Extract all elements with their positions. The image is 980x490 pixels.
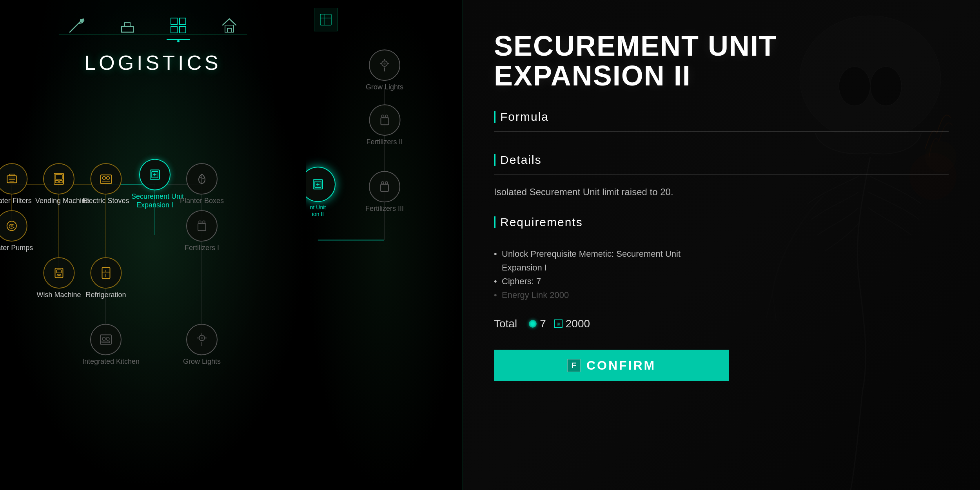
grow-lights-bottom-label: Grow Lights: [183, 358, 221, 366]
water-pumps-circle[interactable]: [0, 210, 27, 241]
requirements-list: Unlock Prerequisite Memetic: Securement …: [494, 247, 949, 302]
fertilizers-3-label: Fertilizers III: [365, 205, 404, 213]
node-water-pumps[interactable]: Water Pumps: [0, 210, 33, 252]
node-planter-boxes[interactable]: Planter Boxes: [180, 163, 224, 205]
node-water-filters[interactable]: Water Filters: [0, 163, 32, 205]
construction-icon[interactable]: [114, 12, 141, 39]
svg-rect-29: [55, 180, 58, 183]
securement-2-label: nt Unition II: [310, 204, 326, 218]
svg-point-56: [102, 337, 105, 340]
fertilizers-3-circle[interactable]: [369, 171, 400, 202]
nav-housing[interactable]: [216, 12, 243, 39]
svg-rect-51: [102, 267, 110, 278]
fertilizers-2-circle[interactable]: [369, 104, 400, 136]
svg-point-33: [106, 176, 109, 180]
svg-rect-58: [102, 341, 110, 343]
wish-machine-circle[interactable]: [43, 257, 74, 289]
node-grow-lights-bottom[interactable]: Grow Lights: [183, 324, 221, 366]
fertilizers-1-label: Fertilizers I: [185, 244, 219, 252]
refrigeration-label: Refrigeration: [85, 291, 126, 299]
integrated-kitchen-label: Integrated Kitchen: [82, 358, 129, 366]
formula-bar: [494, 111, 495, 123]
electric-stoves-label: Electric Stoves: [82, 197, 129, 205]
securement-1-circle[interactable]: [139, 159, 171, 190]
weapons-icon[interactable]: [63, 12, 90, 39]
top-nav: [0, 0, 306, 39]
svg-point-49: [57, 274, 58, 276]
node-wish-machine[interactable]: Wish Machine: [36, 257, 81, 299]
water-filters-circle[interactable]: [0, 163, 27, 194]
vending-machine-circle[interactable]: [43, 163, 74, 194]
svg-rect-31: [100, 175, 111, 183]
node-refrigeration[interactable]: Refrigeration: [85, 257, 126, 299]
svg-rect-77: [381, 118, 388, 125]
svg-point-57: [106, 337, 109, 340]
cipher-value: 7: [540, 318, 546, 330]
details-label: Details: [500, 153, 542, 167]
svg-rect-6: [171, 27, 177, 33]
nav-construction[interactable]: [114, 12, 141, 39]
requirements-bar: [494, 216, 495, 228]
securement-2-circle[interactable]: [306, 167, 336, 202]
right-panel: SECUREMENT UNITEXPANSION II Formula Deta…: [463, 0, 980, 490]
node-fertilizers-2[interactable]: Fertilizers II: [366, 104, 403, 147]
confirm-button[interactable]: F CONFIRM: [494, 350, 729, 381]
integrated-kitchen-circle[interactable]: [90, 324, 122, 355]
fertilizers-2-label: Fertilizers II: [366, 138, 403, 147]
svg-point-50: [59, 274, 61, 276]
cipher-total: 7: [529, 318, 546, 330]
energy-square-icon: ⊞: [554, 319, 563, 328]
svg-rect-26: [9, 174, 14, 176]
node-fertilizers-3[interactable]: Fertilizers III: [365, 171, 404, 213]
wish-machine-label: Wish Machine: [36, 291, 81, 299]
svg-point-88: [385, 181, 388, 184]
node-securement-1[interactable]: Securement UnitExpansion I: [131, 159, 178, 209]
svg-point-87: [381, 181, 384, 184]
logistics-icon[interactable]: [165, 12, 192, 39]
vending-machine-label: Vending Machine: [35, 197, 82, 205]
svg-rect-10: [227, 28, 231, 32]
nav-weapons[interactable]: [63, 12, 90, 39]
refrigeration-circle[interactable]: [90, 257, 122, 289]
grow-lights-bottom-circle[interactable]: [186, 324, 218, 355]
node-fertilizers-1[interactable]: Fertilizers I: [185, 210, 219, 252]
node-electric-stoves[interactable]: Electric Stoves: [82, 163, 129, 205]
fertilizers-1-circle[interactable]: [186, 210, 218, 241]
grow-lights-top-circle[interactable]: [369, 49, 400, 81]
svg-rect-8: [180, 27, 186, 33]
details-bar: [494, 154, 495, 166]
requirements-divider: [494, 237, 949, 237]
confirm-key: F: [567, 359, 581, 372]
energy-total: ⊞ 2000: [554, 318, 590, 330]
requirements-header: Requirements: [494, 216, 949, 229]
item-title: SECUREMENT UNITEXPANSION II: [494, 31, 949, 91]
total-label: Total: [494, 318, 517, 330]
svg-point-78: [381, 115, 384, 117]
total-row: Total 7 ⊞ 2000: [494, 318, 949, 330]
svg-rect-28: [55, 174, 62, 179]
svg-point-43: [199, 221, 201, 223]
node-securement-2[interactable]: nt Unition II: [306, 167, 336, 218]
details-header: Details: [494, 153, 949, 167]
formula-divider: [494, 131, 949, 132]
housing-icon[interactable]: [216, 12, 243, 39]
grow-lights-top-label: Grow Lights: [366, 83, 403, 92]
nav-logistics[interactable]: [165, 12, 192, 39]
node-vending-machine[interactable]: Vending Machine: [35, 163, 82, 205]
planter-boxes-label: Planter Boxes: [180, 197, 224, 205]
svg-point-76: [383, 62, 386, 65]
electric-stoves-circle[interactable]: [90, 163, 122, 194]
planter-boxes-circle[interactable]: [186, 163, 218, 194]
svg-point-79: [385, 115, 388, 117]
right-content: SECUREMENT UNITEXPANSION II Formula Deta…: [463, 0, 980, 412]
node-integrated-kitchen[interactable]: Integrated Kitchen: [82, 324, 129, 366]
details-divider: [494, 174, 949, 175]
svg-point-32: [102, 176, 105, 180]
svg-rect-2: [125, 23, 130, 27]
requirements-label: Requirements: [500, 216, 583, 229]
tech-tree: Water Filters Vending Machine: [0, 78, 306, 470]
water-filters-label: Water Filters: [0, 197, 32, 205]
node-grow-lights-top[interactable]: Grow Lights: [366, 49, 403, 92]
securement-1-label: Securement UnitExpansion I: [131, 192, 178, 209]
req-item-0: Unlock Prerequisite Memetic: Securement …: [494, 247, 721, 274]
